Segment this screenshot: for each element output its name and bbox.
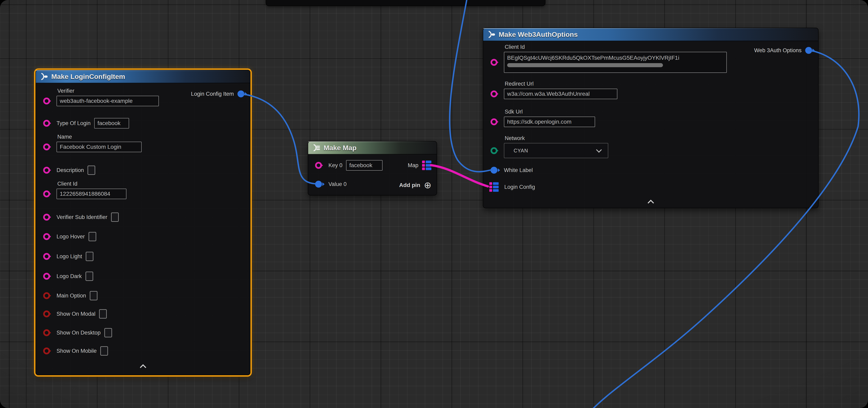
login-config-item-output-pin[interactable] (238, 91, 244, 97)
name-input[interactable] (57, 142, 142, 152)
pin-row-value0: Value 0 (315, 181, 347, 188)
map-output-row[interactable]: Map (408, 161, 431, 170)
sdk-url-input[interactable] (504, 116, 595, 127)
pin-row-logo-hover: Logo Hover (43, 232, 96, 241)
pin-row-logo-dark: Logo Dark (43, 272, 93, 281)
add-pin-label: Add pin (399, 182, 420, 189)
logo-light-checkbox[interactable] (86, 252, 93, 261)
type-of-login-pin[interactable] (43, 120, 50, 127)
add-pin-plus-circle-icon[interactable]: ⊕ (424, 181, 431, 190)
client-id-pin[interactable] (43, 191, 50, 197)
verifier-label: Verifier (57, 88, 74, 94)
web3auth-options-output-pin[interactable] (805, 47, 812, 54)
name-label: Name (57, 134, 72, 140)
description-checkbox[interactable] (88, 166, 95, 175)
blueprint-graph-canvas[interactable]: Make LoginConfigItem Login Config Item V… (0, 0, 868, 408)
verifier-pin[interactable] (43, 98, 50, 104)
logo-hover-pin[interactable] (43, 233, 50, 240)
pin-row-verifier: Verifier (43, 96, 159, 106)
node-make-map[interactable]: Make Map Key 0 Map Value 0 Add pin ⊕ (308, 141, 437, 196)
show-on-desktop-pin[interactable] (43, 329, 50, 336)
verifier-input[interactable] (57, 96, 159, 106)
key0-input[interactable] (346, 160, 382, 171)
logo-light-pin[interactable] (43, 253, 50, 260)
node-make-loginconfigitem[interactable]: Make LoginConfigItem Login Config Item V… (35, 70, 250, 375)
logo-hover-label: Logo Hover (57, 234, 85, 240)
logo-dark-label: Logo Dark (57, 273, 82, 279)
logo-dark-checkbox[interactable] (86, 272, 93, 281)
description-label: Description (57, 167, 84, 173)
key0-pin[interactable] (315, 162, 322, 169)
network-pin[interactable] (491, 147, 497, 154)
type-of-login-input[interactable] (94, 118, 129, 129)
main-option-checkbox[interactable] (90, 291, 97, 300)
logo-dark-pin[interactable] (43, 273, 50, 280)
map-output-pin[interactable] (422, 161, 431, 170)
output-pin-row[interactable]: Login Config Item (191, 91, 244, 97)
verifier-sub-identifier-pin[interactable] (43, 214, 50, 220)
node-header[interactable]: Make LoginConfigItem (36, 70, 250, 83)
client-id-input[interactable]: BEglQSgt4cUWcj6SKRdu5QkOXTsePmMcusG5EAoy… (504, 52, 727, 73)
white-label-pin[interactable] (491, 167, 497, 174)
make-struct-icon (487, 30, 495, 38)
client-id-horizontal-scrollbar[interactable] (507, 63, 663, 67)
chevron-down-icon (596, 147, 602, 152)
key0-label: Key 0 (329, 162, 342, 169)
client-id-text: BEglQSgt4cUWcj6SKRdu5QkOXTsePmMcusG5EAoy… (507, 53, 723, 63)
redirect-url-pin[interactable] (491, 91, 497, 97)
make-struct-icon (40, 72, 48, 80)
collapse-node-chevron-up-icon[interactable] (646, 199, 655, 205)
verifier-sub-identifier-checkbox[interactable] (111, 212, 119, 222)
verifier-sub-identifier-label: Verifier Sub Identifier (57, 214, 107, 220)
main-option-pin[interactable] (43, 292, 50, 299)
pin-row-name: Name (43, 142, 142, 152)
wire-map-to-login-config[interactable] (431, 165, 488, 186)
node-header[interactable]: Make Web3AuthOptions (483, 28, 818, 41)
logo-light-label: Logo Light (57, 253, 82, 260)
description-pin[interactable] (43, 167, 50, 174)
show-on-modal-label: Show On Modal (57, 311, 95, 317)
redirect-url-label: Redirect Url (505, 81, 534, 87)
pin-row-white-label: White Label (491, 167, 533, 174)
make-map-icon (312, 144, 320, 152)
pin-row-client-id: Client Id (43, 189, 126, 199)
pin-row-description: Description (43, 166, 95, 175)
pin-row-logo-light: Logo Light (43, 252, 93, 261)
sdk-url-pin[interactable] (491, 118, 497, 125)
logo-hover-checkbox[interactable] (89, 232, 96, 241)
pin-row-type-of-login: Type Of Login (43, 118, 129, 129)
client-id-pin[interactable] (491, 59, 497, 66)
show-on-desktop-checkbox[interactable] (104, 328, 112, 337)
show-on-modal-pin[interactable] (43, 310, 50, 317)
pin-row-sdk-url: Sdk Url (491, 116, 595, 127)
show-on-mobile-checkbox[interactable] (100, 346, 108, 355)
network-dropdown[interactable]: CYAN (504, 143, 608, 158)
collapse-node-chevron-up-icon[interactable] (138, 363, 148, 369)
value0-pin[interactable] (315, 181, 322, 188)
pin-row-main-option: Main Option (43, 291, 97, 300)
white-label-label: White Label (504, 167, 533, 173)
output-pin-row[interactable]: Web 3Auth Options (754, 47, 812, 54)
pin-row-show-on-mobile: Show On Mobile (43, 346, 108, 355)
redirect-url-input[interactable] (504, 89, 617, 99)
show-on-desktop-label: Show On Desktop (57, 330, 101, 336)
node-make-web3authoptions[interactable]: Make Web3AuthOptions Web 3Auth Options C… (483, 28, 818, 208)
client-id-label: Client Id (505, 44, 525, 50)
client-id-input[interactable] (57, 189, 126, 199)
show-on-modal-checkbox[interactable] (99, 309, 107, 318)
login-config-pin[interactable] (489, 182, 499, 192)
pin-row-network: Network CYAN (491, 143, 608, 158)
client-id-label: Client Id (57, 181, 78, 187)
show-on-mobile-pin[interactable] (43, 347, 50, 354)
type-of-login-label: Type Of Login (57, 120, 91, 127)
main-option-label: Main Option (57, 293, 86, 299)
node-header[interactable]: Make Map (308, 141, 437, 155)
add-pin-row[interactable]: Add pin ⊕ (399, 181, 431, 190)
network-selected-value: CYAN (514, 148, 528, 154)
node-title: Make Map (323, 144, 356, 152)
pin-row-redirect-url: Redirect Url (491, 89, 617, 99)
pin-row-key0: Key 0 (315, 160, 382, 171)
output-pin-label: Login Config Item (191, 91, 234, 97)
node-title: Make LoginConfigItem (51, 73, 125, 80)
name-pin[interactable] (43, 143, 50, 150)
